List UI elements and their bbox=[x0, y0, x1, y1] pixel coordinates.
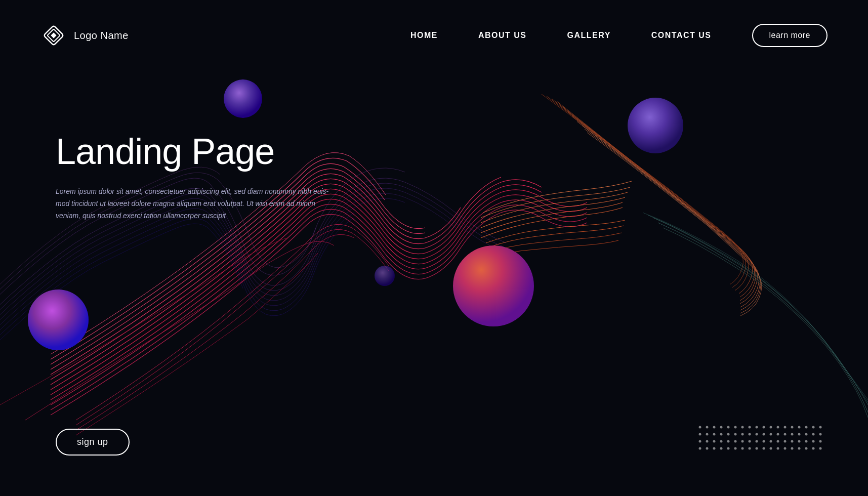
svg-point-20 bbox=[819, 426, 822, 429]
svg-point-19 bbox=[812, 426, 815, 429]
nav-links: HOME ABOUT US GALLERY CONTACT US learn m… bbox=[410, 24, 828, 47]
svg-point-5 bbox=[713, 426, 716, 429]
hero-description: Lorem ipsum dolor sit amet, consectetuer… bbox=[56, 186, 329, 222]
svg-point-4 bbox=[706, 426, 709, 429]
svg-point-21 bbox=[699, 433, 701, 436]
svg-point-55 bbox=[812, 440, 815, 443]
svg-point-48 bbox=[763, 440, 765, 443]
svg-point-57 bbox=[699, 447, 701, 450]
svg-point-69 bbox=[784, 447, 787, 450]
svg-point-32 bbox=[777, 433, 779, 436]
svg-point-12 bbox=[763, 426, 765, 429]
svg-point-45 bbox=[741, 440, 744, 443]
dots-pattern: // We'll use SVG circles in a grid bbox=[696, 423, 828, 456]
nav-contact[interactable]: CONTACT US bbox=[651, 31, 712, 40]
svg-point-10 bbox=[749, 426, 751, 429]
svg-point-31 bbox=[770, 433, 772, 436]
nav-about[interactable]: ABOUT US bbox=[478, 31, 527, 40]
signup-button[interactable]: sign up bbox=[56, 429, 130, 456]
svg-point-60 bbox=[720, 447, 723, 450]
svg-point-41 bbox=[713, 440, 716, 443]
svg-point-17 bbox=[798, 426, 801, 429]
logo-name: Logo Name bbox=[74, 30, 129, 42]
svg-point-36 bbox=[805, 433, 808, 436]
svg-point-63 bbox=[741, 447, 744, 450]
svg-point-40 bbox=[706, 440, 709, 443]
sphere-top-right bbox=[628, 98, 683, 153]
svg-point-13 bbox=[770, 426, 772, 429]
svg-point-29 bbox=[756, 433, 758, 436]
svg-point-39 bbox=[699, 440, 701, 443]
svg-point-23 bbox=[713, 433, 716, 436]
logo-area: Logo Name bbox=[40, 22, 129, 49]
svg-point-42 bbox=[720, 440, 723, 443]
svg-point-51 bbox=[784, 440, 787, 443]
svg-point-54 bbox=[805, 440, 808, 443]
svg-point-49 bbox=[770, 440, 772, 443]
nav-home[interactable]: HOME bbox=[410, 31, 438, 40]
svg-point-14 bbox=[777, 426, 779, 429]
sphere-bottom-left bbox=[28, 290, 89, 350]
svg-point-38 bbox=[819, 433, 822, 436]
svg-point-62 bbox=[734, 447, 737, 450]
svg-point-34 bbox=[791, 433, 794, 436]
svg-point-30 bbox=[763, 433, 765, 436]
svg-point-46 bbox=[749, 440, 751, 443]
sphere-top-center bbox=[224, 79, 262, 118]
svg-point-72 bbox=[805, 447, 808, 450]
svg-point-6 bbox=[720, 426, 723, 429]
svg-point-59 bbox=[713, 447, 716, 450]
nav-gallery[interactable]: GALLERY bbox=[567, 31, 610, 40]
learn-more-button[interactable]: learn more bbox=[752, 24, 828, 47]
svg-point-50 bbox=[777, 440, 779, 443]
svg-point-52 bbox=[791, 440, 794, 443]
svg-point-3 bbox=[699, 426, 701, 429]
svg-point-64 bbox=[749, 447, 751, 450]
svg-point-33 bbox=[784, 433, 787, 436]
svg-point-11 bbox=[756, 426, 758, 429]
svg-point-16 bbox=[791, 426, 794, 429]
svg-point-25 bbox=[727, 433, 730, 436]
svg-point-65 bbox=[756, 447, 758, 450]
svg-point-43 bbox=[727, 440, 730, 443]
sphere-center-right bbox=[453, 245, 534, 326]
svg-rect-2 bbox=[51, 32, 56, 38]
navbar: Logo Name HOME ABOUT US GALLERY CONTACT … bbox=[0, 0, 868, 71]
svg-point-24 bbox=[720, 433, 723, 436]
hero-content: Landing Page Lorem ipsum dolor sit amet,… bbox=[56, 132, 329, 222]
hero-title: Landing Page bbox=[56, 132, 329, 172]
svg-point-67 bbox=[770, 447, 772, 450]
svg-point-28 bbox=[749, 433, 751, 436]
svg-point-61 bbox=[727, 447, 730, 450]
svg-point-66 bbox=[763, 447, 765, 450]
svg-point-47 bbox=[756, 440, 758, 443]
svg-point-68 bbox=[777, 447, 779, 450]
svg-point-22 bbox=[706, 433, 709, 436]
svg-point-27 bbox=[741, 433, 744, 436]
svg-point-7 bbox=[727, 426, 730, 429]
svg-point-58 bbox=[706, 447, 709, 450]
svg-point-56 bbox=[819, 440, 822, 443]
svg-point-37 bbox=[812, 433, 815, 436]
svg-point-18 bbox=[805, 426, 808, 429]
svg-point-8 bbox=[734, 426, 737, 429]
svg-point-9 bbox=[741, 426, 744, 429]
svg-point-35 bbox=[798, 433, 801, 436]
svg-point-15 bbox=[784, 426, 787, 429]
logo-icon bbox=[40, 22, 67, 49]
svg-point-44 bbox=[734, 440, 737, 443]
svg-point-53 bbox=[798, 440, 801, 443]
svg-point-70 bbox=[791, 447, 794, 450]
svg-point-74 bbox=[819, 447, 822, 450]
svg-point-73 bbox=[812, 447, 815, 450]
sphere-small-center bbox=[375, 266, 395, 286]
svg-point-71 bbox=[798, 447, 801, 450]
svg-point-26 bbox=[734, 433, 737, 436]
